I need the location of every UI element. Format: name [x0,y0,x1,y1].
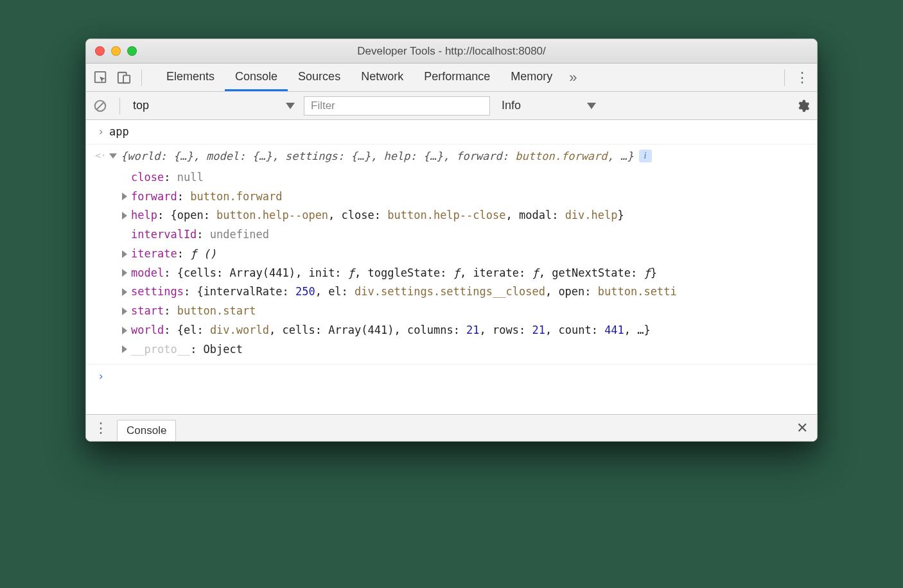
tab-sources[interactable]: Sources [288,64,351,91]
expand-toggle[interactable] [109,147,121,166]
inspect-element-icon[interactable] [91,68,110,87]
level-label: Info [502,99,521,112]
object-summary: {world: {…}, model: {…}, settings: {…}, … [121,147,634,166]
prop-settings[interactable]: settings: {intervalRate: 250, el: div.se… [86,282,817,302]
prop-close[interactable]: close: null [86,168,817,187]
panel-tabs: Elements Console Sources Network Perform… [156,64,776,91]
prop-help[interactable]: help: {open: button.help--open, close: b… [86,206,817,225]
tab-performance[interactable]: Performance [414,64,500,91]
svg-rect-2 [123,75,130,83]
divider [784,69,785,86]
prop-start[interactable]: start: button.start [86,302,817,321]
console-settings-icon[interactable] [794,97,812,115]
tab-console[interactable]: Console [225,64,288,91]
prompt-icon: › [92,123,109,141]
divider [119,98,120,114]
window-title: Developer Tools - http://localhost:8080/ [86,45,817,58]
log-level-selector[interactable]: Info [496,99,596,112]
device-toolbar-icon[interactable] [114,68,134,87]
prompt-icon: › [92,367,109,386]
console-toolbar: top Info [86,92,817,120]
tab-elements[interactable]: Elements [156,64,225,91]
close-window-button[interactable] [95,46,105,56]
svg-line-4 [97,102,104,109]
chevron-down-icon [286,103,295,109]
console-result-row[interactable]: <· {world: {…}, model: {…}, settings: {…… [86,144,817,168]
traffic-lights [86,46,137,56]
prop-iterate[interactable]: iterate: ƒ () [86,245,817,264]
titlebar: Developer Tools - http://localhost:8080/ [86,39,817,64]
main-toolbar: Elements Console Sources Network Perform… [86,64,817,92]
console-input-row[interactable]: › app [86,120,817,144]
drawer: ⋮ Console ✕ [86,414,817,441]
close-drawer-icon[interactable]: ✕ [793,420,812,437]
prop-world[interactable]: world: {el: div.world, cells: Array(441)… [86,321,817,340]
zoom-window-button[interactable] [127,46,137,56]
context-label: top [133,99,149,112]
drawer-menu-button[interactable]: ⋮ [91,420,110,437]
minimize-window-button[interactable] [111,46,121,56]
return-icon: <· [92,148,109,164]
prop-intervalid[interactable]: intervalId: undefined [86,225,817,245]
info-icon[interactable]: i [639,150,652,162]
filter-input[interactable] [304,96,490,116]
tab-network[interactable]: Network [351,64,414,91]
drawer-tab-console[interactable]: Console [117,420,176,442]
execution-context-selector[interactable]: top [130,98,297,114]
more-tabs-button[interactable]: » [563,64,583,91]
input-text: app [109,123,129,141]
prop-forward[interactable]: forward: button.forward [86,187,817,207]
prop-proto[interactable]: __proto__: Object [86,340,817,359]
chevron-down-icon [587,103,596,109]
console-prompt-row[interactable]: › [86,364,817,388]
divider [141,69,142,86]
devtools-window: Developer Tools - http://localhost:8080/… [85,39,818,442]
clear-console-icon[interactable] [91,97,109,115]
console-output: › app <· {world: {…}, model: {…}, settin… [86,120,817,414]
settings-menu-button[interactable]: ⋮ [793,69,812,86]
prop-model[interactable]: model: {cells: Array(441), init: ƒ, togg… [86,264,817,283]
tab-memory[interactable]: Memory [500,64,563,91]
